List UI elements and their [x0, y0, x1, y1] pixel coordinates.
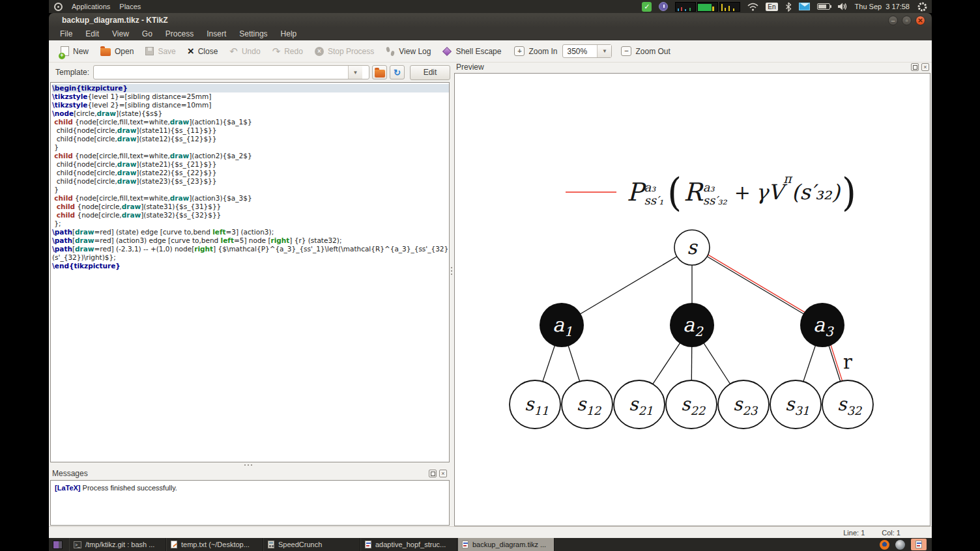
task-speedcrunch[interactable]: SpeedCrunch — [263, 538, 360, 551]
code-line: \path[draw=red] (state) edge [curve to,b… — [52, 228, 449, 236]
close-button[interactable]: ×Close — [182, 45, 223, 58]
battery-icon[interactable] — [817, 3, 830, 10]
stop-process-button[interactable]: ×Stop Process — [310, 45, 379, 58]
undo-button[interactable]: ↶Undo — [224, 45, 265, 58]
window-body: New Open Save ×Close ↶Undo ↷Redo ×Stop P… — [49, 40, 932, 538]
status-col: Col: 1 — [882, 529, 901, 537]
menu-edit[interactable]: Edit — [79, 28, 105, 40]
mail-indicator-icon[interactable] — [799, 3, 810, 10]
keyboard-layout-indicator[interactable]: En — [766, 3, 777, 11]
menu-go[interactable]: Go — [136, 28, 158, 40]
clock[interactable]: Thu Sep 3 17:58 — [855, 3, 910, 10]
browser-tray-icon[interactable] — [895, 540, 905, 550]
messages-log[interactable]: [LaTeX] Process finished successfully. — [50, 480, 450, 526]
task-backup-diagram[interactable]: backup_diagram.tikz ... — [457, 538, 555, 551]
zoom-in-icon: + — [514, 46, 525, 56]
task-adaptive-hopf[interactable]: adaptive_hopf_struc... — [360, 538, 457, 551]
messages-close-button[interactable]: × — [439, 470, 447, 477]
code-line: child {node[circle,fill,text=white,draw]… — [52, 152, 449, 160]
editor-messages-splitter[interactable] — [49, 462, 453, 468]
view-log-icon — [386, 47, 395, 56]
screen-black-margin — [932, 0, 980, 551]
task-terminal[interactable]: >_/tmp/ktikz.git : bash ... — [69, 538, 166, 551]
menu-view[interactable]: View — [106, 28, 135, 40]
code-line: \path[draw=red] (action3) edge [curve to… — [52, 236, 449, 245]
window-title: backup_diagram.tikz - KTikZ — [49, 16, 888, 25]
preview-title: Preview — [454, 63, 911, 72]
template-reload-button[interactable]: ↻ — [390, 65, 405, 79]
code-line: child {node[circle,draw](state31){$s_{31… — [52, 203, 449, 211]
close-icon: × — [188, 47, 194, 56]
cpu-graph-icon — [675, 2, 696, 12]
code-line: child{node[circle,draw](state11){$s_{11}… — [52, 126, 449, 135]
template-combo[interactable]: ▼ — [93, 65, 369, 79]
view-log-button[interactable]: View Log — [381, 45, 436, 58]
code-lines: \begin{tikzpicture}\tikzstyle{level 1}=[… — [51, 83, 449, 270]
template-edit-button[interactable]: Edit — [410, 65, 450, 80]
zoom-out-button[interactable]: −Zoom Out — [616, 44, 675, 58]
shell-escape-button[interactable]: Shell Escape — [437, 45, 506, 58]
splitter-handle-icon — [451, 267, 452, 276]
preview-float-button[interactable] — [911, 63, 919, 71]
distributor-logo-icon[interactable] — [54, 3, 63, 11]
code-line: \node[circle,draw](state){$s$} — [52, 109, 449, 118]
tikz-file-icon — [462, 541, 468, 548]
volume-icon[interactable] — [837, 2, 848, 11]
menu-help[interactable]: Help — [275, 28, 303, 40]
code-line: \tikzstyle{level 2}=[sibling distance=10… — [52, 101, 449, 109]
menu-settings[interactable]: Settings — [233, 28, 273, 40]
code-line: child{node[circle,draw](state23){$s_{23}… — [52, 177, 449, 186]
preview-pane[interactable]: P a₃ss′₁ ( R a₃ss′₃₂ + γV π (s′₃₂) ) — [454, 73, 930, 526]
bluetooth-icon[interactable] — [785, 2, 792, 12]
backup-diagram-svg: s a1 a2 a3 s11 s12 s21 s22 s23 s31 s32 r — [455, 74, 930, 526]
messages-float-button[interactable] — [429, 470, 437, 477]
template-dropdown-arrow-icon[interactable]: ▼ — [348, 66, 362, 79]
open-folder-icon — [100, 48, 111, 56]
template-browse-button[interactable] — [372, 65, 387, 79]
wifi-icon[interactable] — [747, 3, 758, 11]
main-toolbar: New Open Save ×Close ↶Undo ↷Redo ×Stop P… — [49, 40, 932, 63]
code-editor[interactable]: \begin{tikzpicture}\tikzstyle{level 1}=[… — [50, 82, 450, 462]
zoom-level-input[interactable] — [563, 47, 597, 56]
preview-close-button[interactable]: × — [921, 63, 929, 71]
menu-process[interactable]: Process — [160, 28, 199, 40]
code-line: child{node[circle,draw](state21){$s_{21}… — [52, 160, 449, 169]
zoom-in-button[interactable]: +Zoom In — [509, 44, 562, 58]
code-line: child{node[circle,draw](state12){$s_{12}… — [52, 135, 449, 143]
updates-ok-icon[interactable]: ✓ — [642, 2, 652, 12]
zoom-dropdown-arrow-icon[interactable]: ▼ — [597, 45, 611, 57]
zoom-level-combo[interactable]: ▼ — [562, 44, 612, 58]
open-button[interactable]: Open — [95, 44, 139, 58]
minimize-button[interactable]: – — [888, 16, 898, 25]
close-window-button[interactable]: ✕ — [915, 16, 925, 25]
new-button[interactable]: New — [55, 44, 94, 58]
message-tag: [LaTeX] — [55, 484, 81, 492]
save-icon — [145, 47, 154, 55]
ktikz-attention-tray-icon[interactable] — [911, 539, 927, 550]
stop-icon: × — [315, 47, 324, 56]
task-textfile[interactable]: temp.txt (~/Desktop... — [166, 538, 263, 551]
save-button[interactable]: Save — [140, 45, 180, 58]
undo-icon: ↶ — [229, 47, 238, 56]
statusbar: Line: 1 Col: 1 — [49, 526, 932, 538]
menu-insert[interactable]: Insert — [201, 28, 232, 40]
redo-button[interactable]: ↷Redo — [267, 45, 308, 58]
session-gear-icon[interactable] — [917, 1, 928, 12]
preview-header: Preview × — [454, 61, 932, 73]
editor-preview-splitter[interactable] — [450, 40, 454, 526]
redo-icon: ↷ — [272, 47, 281, 56]
template-input[interactable] — [94, 68, 348, 77]
label-s: s — [687, 236, 698, 259]
code-line: \tikzstyle{level 1}=[sibling distance=25… — [52, 92, 449, 101]
time-tracker-icon[interactable] — [659, 2, 668, 11]
splitter-handle-icon — [244, 464, 253, 466]
places-menu[interactable]: Places — [119, 3, 141, 10]
firefox-tray-icon[interactable] — [880, 540, 889, 550]
workspace-switcher[interactable] — [53, 541, 63, 549]
menu-file[interactable]: File — [54, 28, 78, 40]
window-titlebar[interactable]: backup_diagram.tikz - KTikZ – ▫ ✕ — [49, 13, 932, 27]
system-monitor-applet[interactable] — [675, 2, 740, 12]
applications-menu[interactable]: Applications — [72, 3, 110, 10]
maximize-button[interactable]: ▫ — [902, 16, 912, 25]
status-line: Line: 1 — [843, 529, 865, 537]
